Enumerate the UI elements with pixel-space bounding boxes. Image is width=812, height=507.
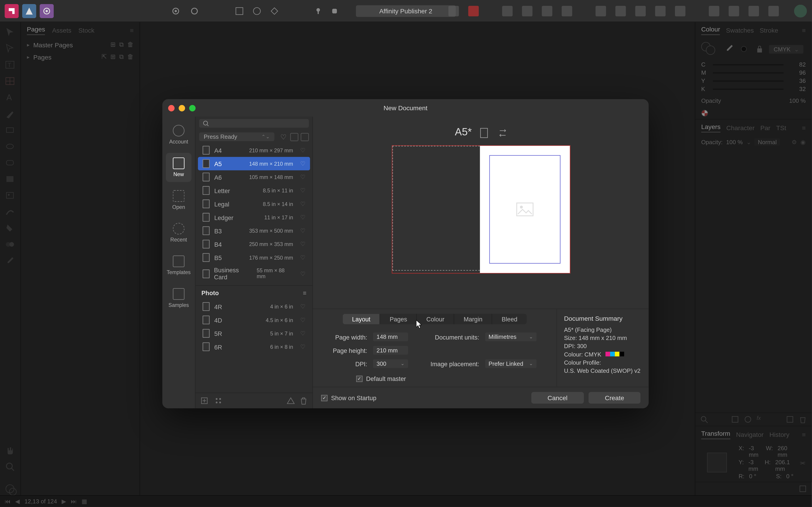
transparency-tool-icon[interactable]: [4, 239, 16, 251]
portrait-orientation-icon[interactable]: [480, 127, 489, 137]
eyedropper-icon[interactable]: [724, 44, 735, 54]
panel-menu-icon[interactable]: ≡: [130, 27, 134, 34]
x-value[interactable]: -3 mm: [749, 445, 761, 458]
publisher-persona-icon[interactable]: [5, 4, 19, 18]
tab-pages[interactable]: Pages: [27, 25, 45, 35]
category-samples[interactable]: Samples: [166, 283, 192, 313]
frame-text-tool-icon[interactable]: T: [4, 60, 16, 71]
tab-text-styles[interactable]: TSt: [776, 124, 786, 131]
preset-item[interactable]: 4R 4 in × 6 in ♡: [198, 300, 310, 313]
anchor-selector[interactable]: [707, 452, 727, 472]
preset-item[interactable]: A6 105 mm × 148 mm ♡: [198, 170, 310, 183]
page-height-input[interactable]: 210 mm: [373, 346, 408, 355]
fill-stroke-swatch-icon[interactable]: [4, 484, 16, 495]
favourite-icon[interactable]: ♡: [300, 330, 305, 337]
unlink-icon[interactable]: [768, 5, 779, 16]
tab-navigator[interactable]: Navigator: [736, 431, 764, 438]
slider-m-value[interactable]: 96: [788, 69, 806, 76]
tab-swatches[interactable]: Swatches: [726, 27, 754, 34]
layer-search-icon[interactable]: [700, 415, 708, 424]
rounded-rect-tool-icon[interactable]: [4, 158, 16, 169]
align-center-icon[interactable]: [615, 5, 626, 16]
favourite-icon[interactable]: ♡: [300, 214, 305, 220]
minimize-window-button[interactable]: [179, 105, 185, 111]
mask-icon[interactable]: [731, 415, 739, 424]
favourite-icon[interactable]: ♡: [300, 303, 305, 309]
favourite-icon[interactable]: ♡: [300, 201, 305, 207]
preset-item[interactable]: A5 148 mm × 210 mm ♡: [198, 157, 310, 170]
preset-item[interactable]: 6R 6 in × 8 in ♡: [198, 340, 310, 353]
page-settings-icon[interactable]: ▦: [82, 498, 87, 505]
adjustment-icon[interactable]: [744, 415, 752, 424]
preset-item[interactable]: 5R 5 in × 7 in ♡: [198, 327, 310, 340]
favourite-icon[interactable]: ♡: [300, 344, 305, 350]
preset-warning-icon[interactable]: [287, 397, 295, 405]
preset-item[interactable]: B5 176 mm × 250 mm ♡: [198, 251, 310, 264]
layers-list[interactable]: [695, 148, 812, 412]
delete-preset-icon[interactable]: [300, 397, 308, 405]
snap-dropdown[interactable]: [468, 5, 479, 16]
preset-list[interactable]: A4 210 mm × 297 mm ♡ A5 148 mm × 210 mm …: [196, 144, 312, 392]
tab-colour[interactable]: Colour: [701, 25, 720, 35]
align-mode-icon[interactable]: [799, 485, 807, 493]
ungroup-icon[interactable]: [729, 5, 739, 16]
duplicate-page-icon[interactable]: ⧉: [119, 53, 124, 61]
delete-page-icon[interactable]: 🗑: [127, 53, 134, 61]
search-input[interactable]: [212, 120, 305, 126]
artistic-text-tool-icon[interactable]: A: [4, 92, 16, 104]
pin-icon[interactable]: [314, 7, 322, 15]
preset-item[interactable]: Legal 8.5 in × 14 in ♡: [198, 197, 310, 211]
layer-fx-icon[interactable]: ◉: [801, 139, 806, 145]
node-tool-icon[interactable]: [4, 43, 16, 55]
rectangle-tool-icon[interactable]: [4, 125, 16, 136]
arrange-forward-icon[interactable]: [542, 5, 552, 16]
cancel-button[interactable]: Cancel: [531, 392, 584, 404]
section-menu-icon[interactable]: ≡: [303, 289, 307, 296]
slider-k[interactable]: [713, 88, 784, 90]
layer-settings-icon[interactable]: ⚙: [792, 139, 797, 145]
ellipse-tool-icon[interactable]: [4, 141, 16, 153]
lock-icon[interactable]: [756, 45, 763, 53]
designer-persona-icon[interactable]: [22, 4, 36, 18]
category-new[interactable]: New: [166, 153, 192, 182]
document-units-dropdown[interactable]: Millimetres⌄: [485, 333, 537, 341]
last-page-icon[interactable]: ⏭: [71, 498, 77, 505]
favourite-icon[interactable]: ♡: [300, 187, 305, 193]
move-tool-icon[interactable]: [4, 27, 16, 39]
circle-icon[interactable]: [252, 6, 261, 15]
slider-y[interactable]: [713, 80, 784, 81]
tab-transform[interactable]: Transform: [701, 430, 730, 439]
add-page-icon[interactable]: ⊞: [110, 53, 115, 61]
list-view-icon[interactable]: [290, 133, 298, 141]
noise-swatch[interactable]: [701, 110, 708, 117]
pin-filled-icon[interactable]: [331, 7, 339, 15]
slider-c-value[interactable]: 82: [788, 61, 806, 68]
master-pages-section[interactable]: ▸ Master Pages ⊞ ⧉ 🗑: [21, 39, 140, 51]
favourite-icon[interactable]: ♡: [300, 174, 305, 180]
config-tab-pages[interactable]: Pages: [380, 314, 417, 324]
align-panel-icon[interactable]: [448, 5, 459, 16]
delete-layer-icon[interactable]: [799, 415, 807, 424]
sync-icon[interactable]: [189, 5, 200, 16]
first-page-icon[interactable]: ⏮: [5, 498, 11, 505]
group-icon[interactable]: [709, 5, 719, 16]
w-value[interactable]: 260 mm: [777, 445, 794, 458]
panel-menu-icon[interactable]: ≡: [802, 27, 806, 34]
duplicate-master-icon[interactable]: ⧉: [119, 41, 124, 48]
table-tool-icon[interactable]: [4, 76, 16, 88]
add-master-icon[interactable]: ⊞: [110, 41, 115, 48]
square-icon[interactable]: [235, 6, 244, 15]
gear-icon[interactable]: [170, 5, 181, 16]
favourite-icon[interactable]: ♡: [300, 241, 305, 247]
fx-text-icon[interactable]: fx: [757, 415, 765, 424]
blend-mode-dropdown[interactable]: Normal: [754, 138, 780, 146]
distribute-icon[interactable]: [655, 5, 665, 16]
create-button[interactable]: Create: [589, 392, 641, 404]
default-master-checkbox[interactable]: ✓: [356, 375, 362, 382]
add-preset-icon[interactable]: [200, 397, 208, 405]
tab-character[interactable]: Character: [726, 124, 754, 131]
vector-brush-tool-icon[interactable]: [4, 207, 16, 218]
show-on-startup-checkbox[interactable]: ✓: [321, 395, 327, 401]
tab-stock[interactable]: Stock: [79, 27, 95, 34]
link-icon[interactable]: [749, 5, 759, 16]
